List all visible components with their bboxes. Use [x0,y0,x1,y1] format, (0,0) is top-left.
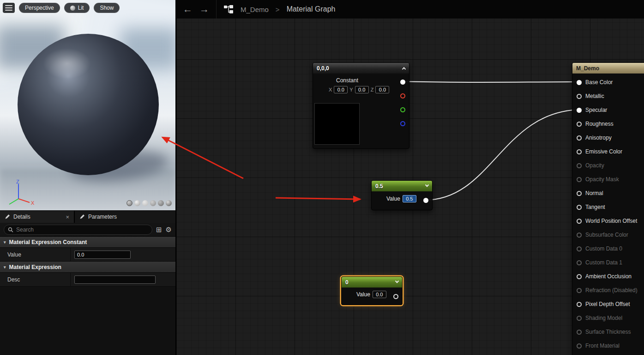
node-constant-0-header[interactable]: 0 [342,277,402,288]
node-constant-05-header[interactable]: 0.5 [372,181,432,191]
output-pin[interactable] [393,294,398,299]
input-pin[interactable] [577,219,582,224]
forward-arrow-icon[interactable]: → [199,4,209,15]
preview-shape-plane[interactable] [142,200,148,206]
input-pin[interactable] [577,122,582,127]
input-pin[interactable] [577,233,582,238]
tab-details[interactable]: Details × [0,211,74,223]
material-input-row[interactable]: Tangent [572,200,644,214]
value-field[interactable] [74,251,131,259]
value-field[interactable]: 0.0 [373,291,386,298]
input-pin[interactable] [577,288,582,293]
breadcrumb-asset[interactable]: M_Demo [241,6,269,13]
material-input-row[interactable]: Ambient Occlusion [572,269,644,283]
input-pin[interactable] [577,274,582,279]
show-button[interactable]: Show [94,3,120,13]
input-pin[interactable] [577,108,582,113]
material-input-row[interactable]: Pixel Depth Offset [572,297,644,311]
z-value-field[interactable]: 0.0 [375,86,389,93]
display-filter-icon[interactable]: ⊞ [156,226,162,233]
wire-specular[interactable] [424,110,583,200]
preview-shape-custom[interactable] [166,200,172,206]
lit-button[interactable]: Lit [64,3,90,13]
y-value-field[interactable]: 0.0 [355,86,369,93]
viewport-menu-icon[interactable] [3,3,15,13]
axis-x-label: X [31,200,35,206]
node-material-result[interactable]: M_Demo Base Color Metallic Specular Roug… [572,62,644,355]
collapse-chevron-icon[interactable] [395,279,399,282]
input-label: Anisotropy [585,135,612,141]
collapse-chevron-icon[interactable] [402,67,406,71]
x-value-field[interactable]: 0.0 [334,86,348,93]
perspective-button[interactable]: Perspective [19,3,60,13]
material-input-row[interactable]: Refraction (Disabled) [572,283,644,297]
node-constant-05[interactable]: 0.5 Value 0.5 [371,180,433,210]
node-constant-0-selected[interactable]: 0 Value 0.0 [341,276,403,305]
material-input-row[interactable]: Opacity Mask [572,172,644,186]
settings-gear-icon[interactable]: ⚙ [166,226,172,233]
material-input-row[interactable]: Shading Model [572,311,644,325]
material-input-row[interactable]: Front Material [572,339,644,353]
input-pin[interactable] [577,163,582,168]
material-input-row[interactable]: Metallic [572,89,644,103]
output-pin-r[interactable] [400,93,405,98]
input-pin[interactable] [577,302,582,307]
preview-shape-cylinder[interactable] [126,200,132,206]
preview-shape-cube[interactable] [150,200,156,206]
output-pin-g[interactable] [400,107,405,112]
desc-field[interactable] [74,275,156,284]
input-pin[interactable] [577,316,582,321]
input-pin[interactable] [577,246,582,251]
material-input-row[interactable]: Roughness [572,117,644,131]
material-input-row[interactable]: Specular [572,103,644,117]
value-field[interactable]: 0.5 [403,195,416,202]
preview-viewport[interactable]: Perspective Lit Show Z X [0,0,175,210]
material-input-row[interactable]: Anisotropy [572,131,644,145]
back-arrow-icon[interactable]: ← [183,4,193,15]
material-input-row[interactable]: World Position Offset [572,214,644,228]
material-input-row[interactable]: Surface Thickness [572,325,644,339]
material-input-row[interactable]: Normal [572,186,644,200]
search-input[interactable] [16,226,148,233]
input-pin[interactable] [577,149,582,154]
pencil-icon [79,214,85,220]
input-pin[interactable] [577,260,582,265]
input-pin[interactable] [577,80,582,85]
input-pin[interactable] [577,205,582,210]
lit-label: Lit [78,5,84,11]
graph-hierarchy-icon[interactable] [223,5,234,14]
material-input-row[interactable]: Base Color [572,75,644,89]
input-pin[interactable] [577,343,582,349]
input-pin[interactable] [577,94,582,99]
preview-shape-mesh[interactable] [158,200,164,206]
material-input-row[interactable]: Emissive Color [572,145,644,159]
input-pin[interactable] [577,135,582,141]
node-constant3vector-header[interactable]: 0,0,0 [313,63,409,73]
material-input-row[interactable]: Subsurface Color [572,228,644,242]
preview-shape-sphere[interactable] [134,200,140,206]
breadcrumb-page[interactable]: Material Graph [287,5,336,13]
search-box[interactable] [4,225,152,235]
node-material-result-header[interactable]: M_Demo [572,63,644,73]
expand-arrow-icon: ▾ [4,265,6,269]
output-pin-rgb[interactable] [400,80,405,85]
section-material-expression-constant[interactable]: ▾ Material Expression Constant [0,237,175,248]
output-pin-b[interactable] [400,121,405,126]
output-pin[interactable] [423,198,428,203]
material-input-row[interactable]: Opacity [572,159,644,172]
input-pin[interactable] [577,330,582,335]
section-material-expression[interactable]: ▾ Material Expression [0,262,175,273]
wire-basecolor[interactable] [402,81,583,82]
close-icon[interactable]: × [66,214,69,220]
input-label: Emissive Color [585,148,622,155]
node-constant3vector[interactable]: 0,0,0 Constant X 0.0 Y 0.0 Z 0.0 [313,62,409,149]
input-pin[interactable] [577,177,582,182]
details-panel: Details × Parameters [0,210,175,355]
tab-parameters[interactable]: Parameters [74,211,175,223]
material-input-row[interactable]: Custom Data 1 [572,256,644,269]
input-pin[interactable] [577,191,582,196]
collapse-chevron-icon[interactable] [425,183,429,186]
material-graph-panel[interactable]: ← → M_Demo > Material Graph 0,0,0 Co [175,0,644,355]
material-input-row[interactable]: Custom Data 0 [572,242,644,256]
x-label: X [329,87,332,92]
